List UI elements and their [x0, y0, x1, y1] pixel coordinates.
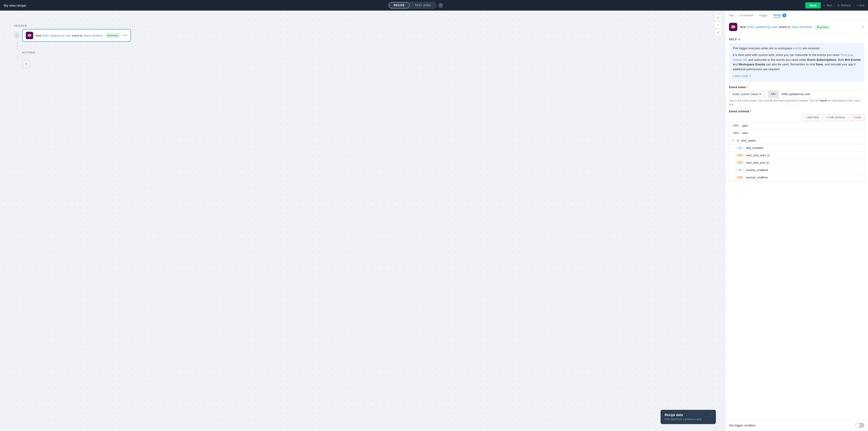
- save-button[interactable]: Save: [805, 2, 820, 8]
- svg-rect-0: [28, 34, 31, 37]
- set-trigger-toggle[interactable]: [855, 423, 864, 428]
- help-box: This trigger executes when bot or worksp…: [729, 43, 864, 82]
- svg-rect-6: [731, 25, 735, 28]
- trigger-label: TRIGGER: [14, 24, 27, 27]
- right-panel: App → Connection → Trigger → Setup ?: [725, 10, 868, 431]
- sep2: |: [854, 4, 854, 7]
- svg-rect-3: [29, 36, 30, 37]
- panel-header: App → Connection → Trigger → Setup ?: [725, 10, 868, 20]
- refresh-icon: ↻: [837, 4, 840, 7]
- refresh-button[interactable]: ↻ Refresh: [837, 4, 851, 7]
- main-layout: + − ⤢ TRIGGER 1: [0, 10, 868, 431]
- set-trigger-row: Set trigger condition: [725, 419, 868, 431]
- event-schema-required: *: [750, 109, 751, 113]
- trigger-card[interactable]: New DND updated by user event to Slack W…: [22, 29, 131, 42]
- trigger-description: New DND updated by user event to Slack W…: [35, 34, 103, 37]
- type-badge-snooze-endtime: 0.00: [736, 176, 744, 179]
- panel-content: HELP ∧ This trigger executes when bot or…: [725, 34, 868, 419]
- schema-container: ABC type ABC user ▼ ⊞ dnd_status: [729, 122, 864, 181]
- external-link-icon: ↗: [749, 74, 751, 77]
- help-line1: This trigger executes when bot or worksp…: [733, 46, 861, 51]
- event-name-label: Event name *: [729, 86, 864, 89]
- clear-button[interactable]: × Clear: [849, 114, 864, 121]
- canvas: + − ⤢ TRIGGER 1: [0, 10, 725, 431]
- field-name-snooze-endtime: snooze_endtime: [746, 176, 768, 179]
- topbar-center: RECIPE TEST JOBS ?: [388, 2, 443, 9]
- type-badge-snooze-enabled: ⊙: [736, 169, 744, 171]
- recipe-title: My new recipe: [4, 3, 26, 7]
- exit-icon: ×: [857, 4, 859, 7]
- zoom-out-button[interactable]: −: [714, 22, 721, 29]
- breadcrumb-trigger[interactable]: Trigger: [759, 14, 768, 17]
- trigger-more-icon[interactable]: •••: [123, 33, 127, 38]
- panel-title-row: New DND updated by user event to Slack W…: [725, 20, 868, 34]
- bc-sep-2: →: [755, 14, 757, 17]
- event-schema-label: Event schema *: [729, 109, 864, 113]
- help-line3: Learn more ↗: [733, 74, 861, 78]
- svg-point-11: [733, 25, 734, 25]
- connector-line: [17, 42, 18, 50]
- schema-field-type: ABC type: [729, 122, 864, 129]
- panel-slack-icon: [731, 24, 736, 30]
- recipe-data-header: Recipe data ⌃: [665, 413, 712, 417]
- flow-area: TRIGGER 1 New: [0, 10, 725, 68]
- svg-rect-9: [732, 28, 734, 29]
- bc-sep-3: →: [769, 14, 772, 17]
- schema-toolbar: + Add Field ✎ Edit Schema × Clear: [729, 114, 864, 121]
- type-badge-next-dnd-end: 0.00: [736, 161, 744, 164]
- zoom-in-button[interactable]: +: [714, 14, 721, 21]
- schema-field-next-dnd-start: 0.00 next_dnd_start_ts: [729, 152, 864, 159]
- step-number: 1: [14, 32, 20, 39]
- breadcrumb-setup[interactable]: Setup: [773, 13, 781, 18]
- topbar: My new recipe RECIPE TEST JOBS ? Save ✓ …: [0, 0, 868, 10]
- event-name-hint: Key in the event name, then specify the …: [729, 99, 864, 107]
- help-line2: It is best used with custom bots, since …: [733, 53, 861, 72]
- sep1: |: [834, 4, 835, 7]
- help-label: HELP: [729, 38, 737, 41]
- topbar-right: Save ✓ Test | ↻ Refresh | × Exit: [805, 2, 864, 8]
- event-name-select[interactable]: Enter custom value: [732, 92, 762, 96]
- type-badge-user: ABC: [732, 131, 740, 134]
- schema-field-snooze-endtime: 0.00 snooze_endtime: [729, 174, 864, 181]
- tab-recipe[interactable]: RECIPE: [389, 2, 409, 8]
- type-badge-next-dnd-start: 0.00: [736, 154, 744, 157]
- slack-robot-svg: [27, 33, 32, 38]
- svg-point-5: [29, 33, 30, 34]
- edit-schema-button[interactable]: ✎ Edit Schema: [823, 114, 848, 121]
- grid-icon-dnd-status: ⊞: [737, 139, 739, 142]
- event-schema-section: Event schema * + Add Field ✎ Edit Schema…: [729, 109, 864, 181]
- recipe-data-subtitle: Use data from a previous step: [665, 418, 712, 421]
- field-name-snooze-enabled: snooze_enabled: [746, 168, 768, 172]
- schema-field-user: ABC user: [729, 129, 864, 137]
- tab-group: RECIPE TEST JOBS: [388, 2, 436, 9]
- schema-field-next-dnd-end: 0.00 next_dnd_end_ts: [729, 159, 864, 166]
- learn-more-link[interactable]: Learn more ↗: [733, 74, 751, 77]
- tab-testjobs[interactable]: TEST JOBS: [410, 2, 436, 8]
- events-link[interactable]: events: [793, 46, 802, 50]
- realtime-badge: Real-time: [105, 33, 121, 37]
- svg-point-7: [732, 26, 733, 27]
- recipe-data-title: Recipe data: [665, 413, 683, 417]
- help-circle-icon[interactable]: ?: [438, 3, 443, 8]
- schema-field-snooze-enabled: ⊙ snooze_enabled: [729, 166, 864, 174]
- recipe-data-chevron-icon[interactable]: ⌃: [709, 413, 712, 417]
- event-name-required: *: [747, 86, 748, 89]
- breadcrumb-help-icon[interactable]: ?: [782, 13, 786, 18]
- event-name-field-row: Enter custom value ABC: [729, 90, 864, 98]
- help-toggle-button[interactable]: HELP ∧: [729, 38, 864, 41]
- add-field-button[interactable]: + Add Field: [802, 114, 822, 121]
- event-name-abc-badge: ABC: [769, 91, 779, 98]
- test-button[interactable]: ✓ Test: [823, 4, 832, 7]
- add-action-button[interactable]: +: [22, 60, 30, 68]
- trigger-highlight-app: Slack Workbot: [84, 34, 103, 37]
- event-name-input[interactable]: [779, 91, 864, 98]
- expand-icon-dnd-status[interactable]: ▼: [732, 139, 735, 142]
- fit-button[interactable]: ⤢: [714, 29, 721, 36]
- bc-sep-1: →: [735, 14, 738, 17]
- actions-section: ACTIONS +: [14, 51, 35, 68]
- panel-close-button[interactable]: ×: [862, 25, 864, 30]
- exit-button[interactable]: × Exit: [857, 4, 864, 7]
- breadcrumb-connection[interactable]: Connection: [739, 14, 753, 17]
- breadcrumb-app[interactable]: App: [729, 14, 734, 17]
- event-name-select-wrapper: Enter custom value: [729, 91, 769, 98]
